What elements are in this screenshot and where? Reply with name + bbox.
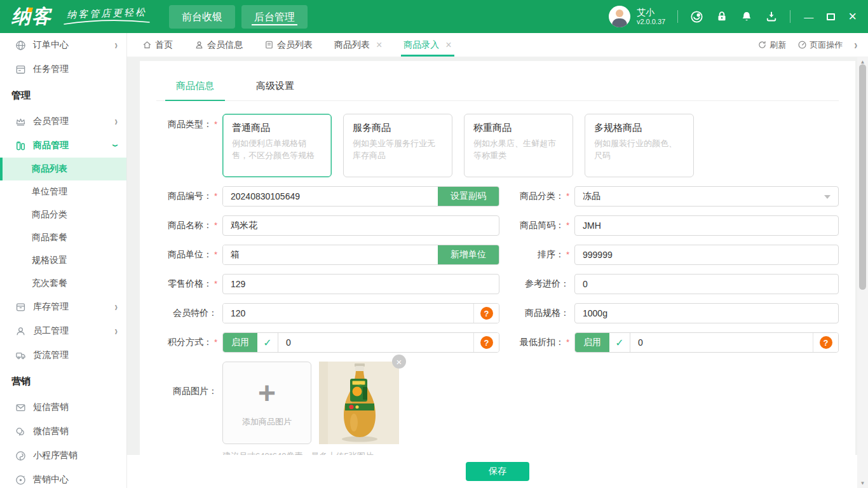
nav-backend-admin[interactable]: 后台管理 <box>241 5 308 29</box>
product-shortcode-input[interactable] <box>574 215 839 236</box>
product-images-row: 商品图片： + 添加商品图片 × <box>156 362 839 444</box>
member-price-group: ? <box>222 303 499 323</box>
product-unit-input[interactable] <box>223 245 438 264</box>
close-window-icon[interactable]: × <box>847 10 858 24</box>
list-icon <box>264 40 274 50</box>
product-unit-label: 商品单位：* <box>156 249 217 261</box>
brand-tagline-wrap: 纳客管店更轻松 <box>62 8 151 25</box>
sidebar-item-staff-management[interactable]: 员工管理 › <box>0 319 126 343</box>
sidebar-item-unit-management[interactable]: 单位管理 <box>0 180 126 203</box>
help-icon[interactable]: ? <box>480 336 493 349</box>
close-tab-icon[interactable]: × <box>376 40 382 50</box>
product-code-input[interactable] <box>223 187 438 206</box>
type-card-weighed[interactable]: 称重商品 例如水果店、生鲜超市等称重类 <box>464 114 573 177</box>
product-shortcode-label: 商品简码：* <box>508 220 569 231</box>
target-icon <box>15 475 26 485</box>
image-hint-text: 建议尺寸640*640像素，最多上传5张图片 <box>222 451 839 455</box>
add-image-button[interactable]: + 添加商品图片 <box>222 362 311 444</box>
product-image-thumbnail[interactable]: × <box>319 362 399 444</box>
nav-front-cashier[interactable]: 前台收银 <box>169 5 235 29</box>
sidebar-item-wechat-marketing[interactable]: 微信营销 <box>0 419 126 444</box>
wechat-icon <box>15 426 26 437</box>
required-mark: * <box>214 279 217 288</box>
sort-label: 排序：* <box>508 249 569 261</box>
tab-member-info[interactable]: 会员信息 <box>194 33 243 57</box>
product-name-label: 商品名称：* <box>156 220 217 231</box>
sidebar-item-product-category[interactable]: 商品分类 <box>0 203 126 226</box>
close-tab-icon[interactable]: × <box>445 40 451 50</box>
product-icon <box>15 140 26 151</box>
tab-member-list[interactable]: 会员列表 <box>264 33 313 57</box>
tab-product-entry[interactable]: 商品录入 × <box>403 33 451 57</box>
sidebar-section-management: 管理 <box>0 81 126 109</box>
retail-price-input[interactable] <box>222 274 499 294</box>
sidebar-item-miniprogram-marketing[interactable]: 小程序营销 <box>0 444 126 468</box>
sidebar-item-member-management[interactable]: 会员管理 › <box>0 109 126 133</box>
purchase-price-input[interactable] <box>574 274 839 294</box>
sidebar-item-marketing-center[interactable]: 营销中心 <box>0 468 126 488</box>
points-value-input[interactable] <box>278 333 473 352</box>
discount-enable-button[interactable]: 启用 <box>575 333 609 352</box>
set-subcode-button[interactable]: 设置副码 <box>438 187 499 206</box>
scroll-down-icon[interactable]: ▼ <box>857 478 868 488</box>
sort-input[interactable] <box>574 245 839 265</box>
scrollbar-thumb[interactable] <box>859 64 866 290</box>
form-row: 零售价格：* 参考进价： <box>156 274 839 294</box>
min-discount-input[interactable] <box>630 333 813 352</box>
add-unit-button[interactable]: 新增单位 <box>438 245 499 264</box>
home-icon <box>142 40 152 50</box>
sidebar-item-inventory-management[interactable]: 库存管理 › <box>0 295 126 319</box>
lock-icon[interactable] <box>715 10 728 23</box>
tab-advanced-settings[interactable]: 高级设置 <box>245 80 305 100</box>
spec-label: 商品规格： <box>508 308 569 319</box>
sidebar-item-product-management[interactable]: 商品管理 › <box>0 133 126 158</box>
spec-input[interactable] <box>574 303 839 323</box>
points-enable-button[interactable]: 启用 <box>223 333 257 352</box>
vertical-scrollbar: ▲ ▼ <box>857 57 868 488</box>
sidebar-item-order-center[interactable]: 订单中心 › <box>0 33 126 57</box>
member-price-input[interactable] <box>223 304 473 323</box>
check-icon[interactable]: ✓ <box>257 333 278 352</box>
minimize-icon[interactable]: — <box>803 12 815 22</box>
tab-product-list[interactable]: 商品列表 × <box>334 33 382 57</box>
sidebar-item-task-management[interactable]: 任务管理 <box>0 57 126 81</box>
type-card-service[interactable]: 服务商品 例如美业等服务行业无库存商品 <box>343 114 452 177</box>
chevron-right-icon: › <box>114 300 118 315</box>
help-icon[interactable]: ? <box>820 336 832 349</box>
product-category-select[interactable]: 冻品 <box>574 186 839 207</box>
bell-icon[interactable] <box>740 10 753 23</box>
page-operations-button[interactable]: 页面操作 <box>797 39 843 51</box>
truck-icon <box>15 350 26 361</box>
form-row: 商品编号：* 设置副码 商品分类：* 冻品 <box>156 186 839 207</box>
refresh-icon <box>757 40 767 50</box>
product-unit-group: 新增单位 <box>222 245 499 265</box>
check-icon[interactable]: ✓ <box>609 333 630 352</box>
chevron-right-icon[interactable]: › <box>855 37 858 53</box>
product-code-group: 设置副码 <box>222 186 499 207</box>
type-card-multi-spec[interactable]: 多规格商品 例如服装行业的颜色、尺码 <box>585 114 694 177</box>
customer-service-icon[interactable] <box>690 10 703 24</box>
sidebar-item-product-list[interactable]: 商品列表 <box>0 158 126 180</box>
save-button[interactable]: 保存 <box>466 462 529 481</box>
refresh-button[interactable]: 刷新 <box>757 39 786 51</box>
download-icon[interactable] <box>765 10 778 23</box>
sidebar-item-product-combo[interactable]: 商品套餐 <box>0 226 126 249</box>
tab-home[interactable]: 首页 <box>142 33 173 57</box>
tab-product-info[interactable]: 商品信息 <box>165 80 225 100</box>
product-images-label: 商品图片： <box>156 362 217 397</box>
help-icon[interactable]: ? <box>480 307 493 320</box>
sidebar-item-logistics-management[interactable]: 货流管理 <box>0 343 126 367</box>
remove-image-icon[interactable]: × <box>392 355 406 369</box>
avatar[interactable] <box>609 6 630 27</box>
image-area: + 添加商品图片 × <box>222 362 399 444</box>
sidebar-item-recharge-combo[interactable]: 充次套餐 <box>0 272 126 295</box>
help-addon: ? <box>473 304 499 323</box>
sidebar-item-spec-settings[interactable]: 规格设置 <box>0 249 126 272</box>
type-card-normal[interactable]: 普通商品 例如便利店单规格销售，不区分颜色等规格 <box>222 114 332 177</box>
maximize-icon[interactable] <box>827 13 835 20</box>
user-name: 艾小 <box>637 7 665 18</box>
chevron-right-icon: › <box>114 324 118 339</box>
sidebar-item-sms-marketing[interactable]: 短信营销 <box>0 395 126 419</box>
gauge-icon <box>797 40 807 50</box>
product-name-input[interactable] <box>222 215 499 236</box>
